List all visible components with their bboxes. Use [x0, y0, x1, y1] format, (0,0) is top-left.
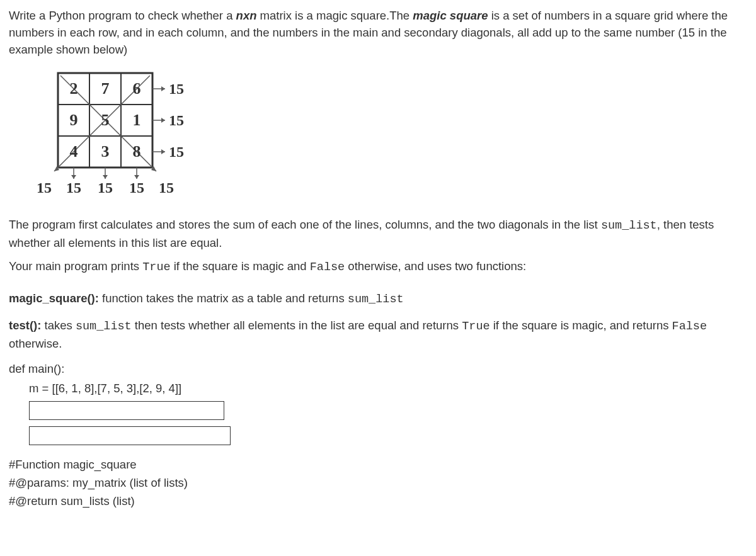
intro-magic-square: magic square — [413, 9, 488, 22]
cell-0-2: 6 — [133, 79, 141, 98]
code-false-1: False — [310, 261, 345, 274]
svg-marker-20 — [134, 175, 139, 179]
intro-text-2: matrix is a magic square.The — [256, 9, 413, 22]
cell-2-2: 8 — [133, 142, 141, 161]
cell-1-1: 5 — [101, 111, 110, 129]
comment-2: #@params: my_matrix (list of lists) — [9, 475, 747, 492]
svg-marker-14 — [161, 149, 165, 154]
intro-text-1: Write a Python program to check whether … — [9, 9, 236, 22]
code-def-main: def main(): — [9, 361, 747, 378]
func-magic-square-name: magic_square(): — [9, 292, 99, 305]
intro-paragraph: Write a Python program to check whether … — [9, 8, 747, 58]
svg-marker-10 — [161, 86, 165, 91]
comment-3: #@return sum_lists (list) — [9, 493, 747, 510]
col-sum-1: 15 — [98, 179, 113, 196]
code-sum-list-2: sum_list — [348, 293, 404, 306]
svg-marker-18 — [103, 175, 108, 179]
code-true-2: True — [462, 320, 490, 333]
func-magic-square-desc: magic_square(): function takes the matri… — [9, 290, 747, 309]
blank-input-1[interactable] — [29, 401, 224, 420]
cell-2-1: 3 — [101, 142, 110, 161]
diag-sum-left: 15 — [37, 179, 52, 196]
comment-1: #Function magic_square — [9, 457, 747, 474]
code-sum-list-3: sum_list — [76, 320, 132, 333]
paragraph-main-program: Your main program prints True if the squ… — [9, 258, 747, 276]
cell-0-1: 7 — [101, 79, 110, 98]
intro-nxn: nxn — [236, 9, 257, 22]
func-test-desc: test(): takes sum_list then tests whethe… — [9, 317, 747, 353]
code-true-1: True — [142, 261, 170, 274]
svg-marker-12 — [161, 118, 165, 123]
row-sum-2: 15 — [169, 144, 184, 160]
comment-block: #Function magic_square #@params: my_matr… — [9, 457, 747, 509]
code-sum-list-1: sum_list — [601, 219, 657, 232]
code-false-2: False — [672, 320, 707, 333]
paragraph-sum-list: The program first calculates and stores … — [9, 217, 747, 252]
code-m-assign: m = [[6, 1, 8],[7, 5, 3],[2, 9, 4]] — [29, 380, 747, 397]
magic-square-diagram: 2 7 6 9 5 1 4 3 8 15 15 15 15 15 15 15 1… — [33, 67, 747, 205]
func-test-name: test(): — [9, 319, 41, 332]
cell-2-0: 4 — [70, 142, 78, 161]
row-sum-1: 15 — [169, 112, 184, 128]
col-sum-0: 15 — [66, 179, 81, 196]
cell-0-0: 2 — [70, 79, 78, 98]
svg-marker-16 — [71, 175, 76, 179]
cell-1-0: 9 — [70, 111, 78, 129]
row-sum-0: 15 — [169, 81, 184, 97]
blank-input-2[interactable] — [29, 426, 231, 445]
cell-1-2: 1 — [133, 111, 141, 129]
col-sum-2: 15 — [129, 179, 144, 196]
diag-sum-right: 15 — [159, 179, 174, 196]
